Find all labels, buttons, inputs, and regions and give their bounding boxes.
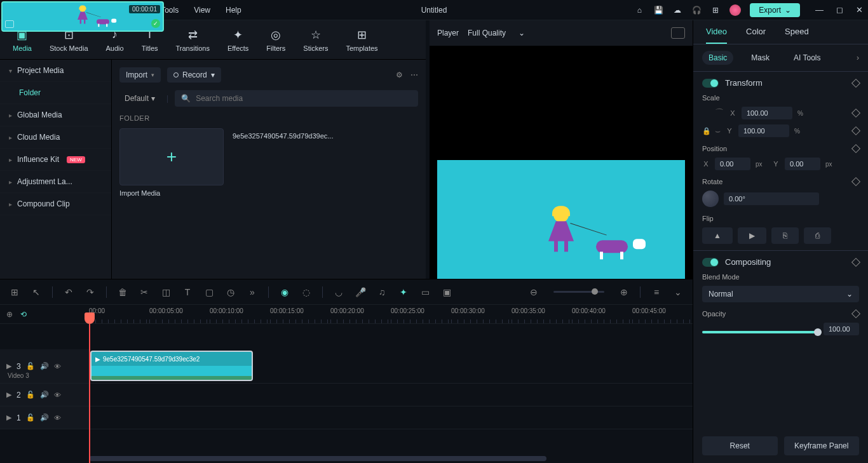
tab-video[interactable]: Video (706, 27, 727, 44)
search-input[interactable] (196, 94, 412, 103)
zoom-out-button[interactable]: ⊖ (528, 287, 539, 297)
visibility-icon[interactable]: 👁 (54, 363, 61, 370)
time-ruler[interactable]: 00:00 00:00:05:00 00:00:10:00 00:00:15:0… (89, 305, 693, 323)
mic-button[interactable]: 🎤 (355, 287, 366, 297)
subtab-mask[interactable]: Mask (745, 51, 776, 65)
menu-view[interactable]: View (194, 6, 210, 15)
opacity-slider[interactable] (702, 331, 818, 333)
ai-audio-button[interactable]: ✦ (398, 287, 409, 297)
compositing-toggle[interactable] (702, 258, 719, 267)
subtab-ai-tools[interactable]: AI Tools (787, 51, 827, 65)
scale-x-input[interactable] (742, 107, 792, 119)
sidebar-folder[interactable]: Folder (0, 82, 111, 104)
keyframe-button[interactable] (851, 177, 860, 186)
timeline-scrollbar[interactable] (0, 454, 693, 463)
mute-icon[interactable]: 🔊 (40, 413, 49, 422)
tab-templates[interactable]: ⊞Templates (346, 28, 377, 52)
video-icon[interactable]: ▶ (6, 362, 11, 370)
keyframe-button[interactable] (851, 109, 860, 117)
minimize-button[interactable]: — (815, 5, 824, 15)
lock-icon[interactable]: 🔓 (26, 391, 35, 399)
timeline-view-button[interactable]: ≡ (651, 287, 662, 297)
add-track-icon[interactable]: ⊕ (6, 310, 13, 319)
render-button[interactable]: ▭ (419, 287, 431, 297)
device-icon[interactable]: ⌂ (634, 5, 644, 15)
paste-button[interactable]: ⎙ (804, 227, 831, 244)
tab-color[interactable]: Color (746, 27, 766, 44)
keyframe-button[interactable] (851, 144, 860, 153)
sidebar-project-media[interactable]: ▾Project Media (0, 60, 111, 82)
headphones-icon[interactable]: 🎧 (691, 5, 702, 15)
lock-icon[interactable]: 🔓 (26, 413, 35, 422)
keyframe-button[interactable] (851, 126, 860, 135)
mute-icon[interactable]: 🔊 (40, 362, 49, 370)
rotate-input[interactable] (724, 192, 819, 205)
grid-icon[interactable]: ⊞ (9, 287, 20, 297)
import-media-card[interactable]: + Import Media (119, 128, 224, 197)
link-icon[interactable]: ⟲ (20, 310, 27, 319)
keyframe-button[interactable] (851, 309, 860, 318)
opacity-input[interactable] (824, 323, 859, 335)
chevron-right-icon[interactable]: › (857, 53, 859, 62)
tab-filters[interactable]: ◎Filters (266, 28, 285, 52)
screenshot-button[interactable]: ▣ (441, 287, 452, 297)
keyframe-panel-button[interactable]: Keyframe Panel (784, 436, 860, 455)
pointer-icon[interactable]: ↖ (31, 287, 42, 297)
speed-button[interactable]: ◷ (225, 287, 236, 297)
playhead[interactable] (89, 324, 90, 463)
blend-mode-select[interactable]: Normal ⌄ (702, 286, 859, 302)
record-dropdown[interactable]: Record▾ (167, 67, 221, 83)
sidebar-global-media[interactable]: ▸Global Media (0, 104, 111, 126)
cloud-icon[interactable]: ☁ (672, 5, 682, 15)
flip-vertical-button[interactable]: ▶ (738, 227, 766, 244)
marker-button[interactable]: ◡ (333, 287, 344, 297)
media-clip-card[interactable]: 00:00:01 ✓ 9e5e3257490547.59d79d39ec... (233, 128, 337, 197)
crop-button[interactable]: ◫ (160, 287, 172, 297)
redo-button[interactable]: ↷ (85, 287, 96, 297)
tab-stickers[interactable]: ☆Stickers (303, 28, 328, 52)
delete-button[interactable]: 🗑 (117, 287, 128, 297)
reset-button[interactable]: Reset (702, 436, 778, 455)
menu-help[interactable]: Help (226, 6, 241, 15)
rotate-knob[interactable] (702, 191, 719, 207)
apps-icon[interactable]: ⊞ (710, 5, 721, 15)
sidebar-compound-clip[interactable]: ▸Compound Clip (0, 193, 111, 215)
ai-button[interactable]: ◉ (279, 287, 290, 297)
more-icon[interactable]: ⋯ (410, 70, 418, 79)
flip-horizontal-button[interactable]: ▲ (702, 227, 733, 244)
keyframe-button[interactable] (851, 257, 860, 266)
frame-button[interactable]: ▢ (203, 287, 215, 297)
visibility-icon[interactable]: 👁 (54, 391, 61, 399)
user-avatar[interactable] (729, 4, 741, 16)
sidebar-cloud-media[interactable]: ▸Cloud Media (0, 126, 111, 149)
maximize-button[interactable]: ◻ (836, 5, 843, 15)
track-body[interactable]: ▶9e5e3257490547.59d79d39ec3e2 Video 3 (89, 349, 693, 383)
copy-button[interactable]: ⎘ (771, 227, 799, 244)
sidebar-adjustment-layer[interactable]: ▸Adjustment La... (0, 171, 111, 193)
transform-toggle[interactable] (702, 79, 719, 88)
lock-icon[interactable]: 🔒 (702, 127, 710, 135)
pos-y-input[interactable] (785, 158, 820, 170)
zoom-in-button[interactable]: ⊕ (618, 287, 630, 297)
cut-button[interactable]: ✂ (139, 287, 150, 297)
sidebar-influence-kit[interactable]: ▸Influence KitNEW (0, 149, 111, 171)
tab-effects[interactable]: ✦Effects (227, 28, 248, 52)
subtab-basic[interactable]: Basic (702, 51, 733, 65)
scale-y-input[interactable] (738, 124, 789, 137)
undo-button[interactable]: ↶ (63, 287, 74, 297)
music-button[interactable]: ♫ (376, 287, 388, 297)
zoom-slider[interactable] (553, 291, 604, 293)
export-button[interactable]: Export ⌄ (750, 3, 800, 17)
text-button[interactable]: T (182, 287, 193, 297)
quality-dropdown[interactable]: Full Quality⌄ (468, 29, 525, 37)
timeline-clip[interactable]: ▶9e5e3257490547.59d79d39ec3e2 (90, 351, 253, 381)
track-body[interactable] (89, 406, 693, 429)
keyframe-button[interactable] (851, 78, 860, 87)
circle-tool[interactable]: ◌ (301, 287, 312, 297)
tab-transitions[interactable]: ⇄Transitions (176, 28, 210, 52)
search-box[interactable]: 🔍 (175, 90, 418, 107)
pos-x-input[interactable] (715, 158, 750, 170)
save-icon[interactable]: 💾 (653, 5, 663, 15)
lock-icon[interactable]: 🔓 (26, 362, 35, 370)
track-body[interactable] (89, 384, 693, 406)
